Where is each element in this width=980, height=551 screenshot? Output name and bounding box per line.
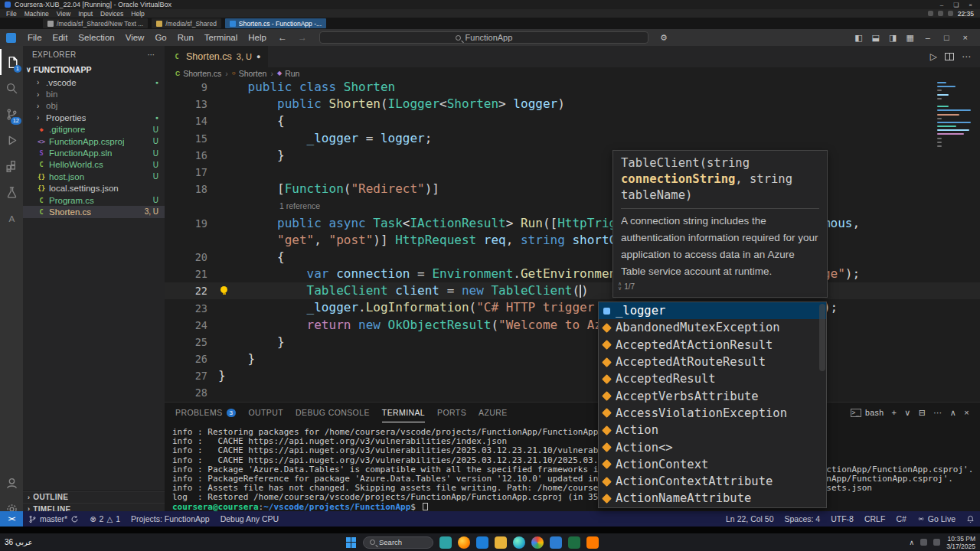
menu-run[interactable]: Run (172, 33, 199, 42)
split-editor-icon[interactable] (945, 53, 954, 60)
tree-item-obj[interactable]: ›obj (23, 100, 165, 112)
menu-view[interactable]: View (120, 33, 150, 42)
menu-help[interactable]: Help (243, 33, 272, 42)
code-editor[interactable]: 9 public class Shorten13 public Shorten(… (165, 79, 980, 402)
vm-task-3[interactable]: Shorten.cs - FunctionApp -... (225, 18, 326, 28)
editor-more-actions-icon[interactable]: ⋯ (962, 51, 971, 62)
app-icon-media[interactable] (586, 536, 599, 549)
panel-tab-problems[interactable]: PROBLEMS3 (175, 403, 236, 422)
activity-source-control[interactable]: 12 (0, 101, 23, 127)
vbox-menu-view[interactable]: View (57, 10, 70, 18)
split-terminal-icon[interactable]: ⊟ (919, 408, 926, 418)
command-center-search[interactable]: FunctionApp (319, 31, 648, 44)
suggest-item-actioncontext[interactable]: ActionContext (599, 456, 826, 473)
vbox-menu-help[interactable]: Help (131, 10, 144, 18)
code-line-19[interactable]: 19 public async Task<IActionResult> Run(… (165, 215, 980, 232)
panel-tab-ports[interactable]: PORTS (437, 403, 466, 422)
code-line-16[interactable]: 16 } (165, 147, 980, 164)
tree-item--vscode[interactable]: ›.vscode● (23, 77, 165, 88)
network-icon[interactable] (920, 539, 927, 546)
tree-item-properties[interactable]: ›Properties● (23, 112, 165, 123)
activity-azure[interactable]: A (0, 205, 23, 231)
code-line-28[interactable]: 28 (165, 384, 980, 401)
app-icon-firefox[interactable] (458, 536, 470, 549)
activity-testing[interactable] (0, 179, 23, 205)
app-icon-mail[interactable] (476, 536, 488, 549)
navigate-forward-icon[interactable]: → (293, 32, 312, 43)
activity-explorer[interactable]: 1 (0, 49, 23, 75)
panel-tab-terminal[interactable]: TERMINAL (382, 403, 425, 422)
taskbar-widget[interactable]: عربي 36 (5, 538, 33, 546)
app-icon-store[interactable] (550, 536, 562, 549)
tree-item--gitignore[interactable]: ◆.gitignoreU (23, 124, 165, 135)
window-minimize-button[interactable]: – (920, 33, 936, 42)
vbox-menu-file[interactable]: File (6, 10, 17, 18)
app-icon-edge[interactable] (513, 536, 525, 549)
code-line-23[interactable]: 23 _logger.LogInformation("C# HTTP trigg… (165, 299, 980, 316)
code-line-25[interactable]: 25 } (165, 334, 980, 350)
tree-item-helloworld-cs[interactable]: CHelloWorld.csU (23, 159, 165, 171)
codelens-reference[interactable]: 1 reference (165, 197, 980, 214)
suggest-item--logger[interactable]: _logger (599, 302, 826, 319)
code-line-26[interactable]: 26 } (165, 350, 980, 367)
chevron-down-icon[interactable]: ∨ (618, 286, 622, 291)
launch-profile-chevron-icon[interactable]: ∨ (904, 408, 910, 418)
taskbar-search[interactable]: Search (363, 536, 433, 549)
code-line-22[interactable]: 22 TableClient client = new TableClient(… (165, 282, 980, 299)
suggest-item-actionnameattribute[interactable]: ActionNameAttribute (599, 490, 826, 507)
breadcrumb-item-shorten-cs[interactable]: CShorten.cs (175, 69, 221, 78)
suggest-item-actioncontextattribute[interactable]: ActionContextAttribute (599, 473, 826, 490)
encoding-status[interactable]: UTF-8 (825, 511, 859, 527)
menu-file[interactable]: File (22, 33, 47, 42)
toggle-secondary-sidebar-icon[interactable]: ◨ (885, 33, 900, 43)
tree-item-host-json[interactable]: {}host.jsonU (23, 171, 165, 182)
modified-dot-icon[interactable]: ● (256, 53, 260, 60)
vbox-minimize-button[interactable]: – (937, 2, 946, 8)
menu-selection[interactable]: Selection (73, 33, 119, 42)
workspace-section-header[interactable]: ∨ FUNCTIONAPP (23, 63, 165, 77)
tree-item-program-cs[interactable]: CProgram.csU (23, 194, 165, 206)
terminal-prompt[interactable]: coursera@coursera:~/vscode/projects/Func… (172, 503, 980, 511)
close-panel-icon[interactable]: × (964, 408, 969, 418)
terminal-output[interactable]: info : Restoring packages for /home/cour… (172, 428, 980, 511)
vm-task-1[interactable]: /media/sf_Shared/New Text ... (43, 18, 148, 28)
breadcrumb-item-shorten[interactable]: ○Shorten (232, 69, 267, 78)
cursor-position-status[interactable]: Ln 22, Col 50 (720, 511, 779, 527)
activity-extensions[interactable] (0, 153, 23, 179)
code-line-17[interactable]: 17 (165, 164, 980, 181)
app-icon-excel[interactable] (568, 536, 580, 549)
indentation-status[interactable]: Spaces: 4 (779, 511, 826, 527)
window-close-button[interactable]: × (957, 33, 974, 42)
activity-search[interactable] (0, 75, 23, 101)
suggest-item-acceptverbsattribute[interactable]: AcceptVerbsAttribute (599, 387, 826, 404)
tree-item-local-settings-json[interactable]: {}local.settings.json (23, 183, 165, 194)
projects-status[interactable]: Projects: FunctionApp (126, 511, 215, 527)
code-line-15[interactable]: 15 _logger = logger; (165, 130, 980, 147)
run-button[interactable]: ▷ (930, 51, 937, 62)
vm-task-2[interactable]: /media/sf_Shared (152, 18, 221, 28)
code-line-20[interactable]: 20 { (165, 249, 980, 266)
window-maximize-button[interactable]: □ (938, 33, 956, 42)
panel-tab-output[interactable]: OUTPUT (248, 403, 283, 422)
taskbar-clock[interactable]: 10:35 PM 3/17/2025 (946, 535, 975, 550)
suggest-item-action[interactable]: Action (599, 422, 826, 439)
explorer-more-actions-icon[interactable]: ⋯ (148, 51, 155, 59)
suggest-item-acceptedresult[interactable]: AcceptedResult (599, 370, 826, 387)
vbox-menu-devices[interactable]: Devices (100, 10, 123, 18)
terminal-profile-chip[interactable]: >_ bash (851, 408, 884, 417)
vbox-maximize-button[interactable]: ❏ (950, 2, 962, 8)
code-line-wrap[interactable]: "get", "post")] HttpRequest req, string … (165, 232, 980, 249)
suggest-item-action-[interactable]: Action<> (599, 439, 826, 455)
suggest-item-accessviolationexception[interactable]: AccessViolationException (599, 405, 826, 422)
go-live-status[interactable]: Go Live (912, 511, 961, 527)
start-button[interactable] (346, 537, 357, 548)
vbox-menu-machine[interactable]: Machine (24, 10, 49, 18)
suggest-item-acceptedatactionresult[interactable]: AcceptedAtActionResult (599, 337, 826, 354)
language-mode-status[interactable]: C# (890, 511, 911, 527)
eol-status[interactable]: CRLF (859, 511, 890, 527)
tree-item-shorten-cs[interactable]: CShorten.cs3, U (23, 206, 165, 217)
vbox-menu-input[interactable]: Input (78, 10, 93, 18)
sidebar-section-outline[interactable]: ›OUTLINE (23, 491, 165, 504)
customize-layout-icon[interactable]: ▦ (902, 33, 917, 43)
tree-item-functionapp-csproj[interactable]: <>FunctionApp.csprojU (23, 135, 165, 147)
